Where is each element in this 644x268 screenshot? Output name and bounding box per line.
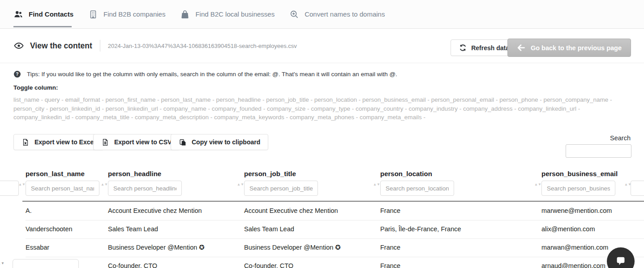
filter-person_location-input[interactable] (380, 181, 454, 196)
toggle-column-link[interactable]: company_size (267, 105, 305, 112)
arrow-left-icon (517, 43, 525, 52)
filter-person_business_email-input[interactable] (541, 181, 615, 196)
toggle-column-link[interactable]: person_company_name (544, 96, 609, 103)
toggle-column-link[interactable]: person_location (314, 96, 357, 103)
toggle-column-link[interactable]: company_meta_phones (290, 114, 354, 121)
filter-person_headline-input[interactable] (108, 181, 182, 196)
back-label: Go back to the previous page (531, 44, 622, 52)
toggle-column-link[interactable]: company_meta_emails (360, 114, 422, 121)
copy-clipboard-label: Copy view to clipboard (192, 138, 260, 146)
table-top-border (22, 201, 644, 202)
cell-person_business_email: marwene@mention.com (541, 207, 612, 214)
cell-person_last_name: A. (26, 207, 32, 214)
refresh-icon (459, 44, 467, 52)
row-separator (26, 220, 644, 220)
toggle-column-link[interactable]: company_meta_keywords (214, 114, 284, 121)
global-search-input[interactable] (566, 144, 631, 158)
toggle-column-link[interactable]: company_linkedin_url (518, 105, 576, 112)
column-header-person_business_email[interactable]: person_business_email (541, 170, 618, 177)
toggle-column-link[interactable]: company_founded (212, 105, 262, 112)
tab-label: Find B2B companies (103, 10, 165, 18)
chat-bubble-icon (614, 255, 627, 268)
export-csv-label: Export view to CSV (114, 138, 172, 146)
tab-find-b2b-companies[interactable]: Find B2B companies (88, 0, 165, 29)
cell-person_headline: Business Developer @Mention ✪ (108, 244, 204, 251)
column-header-person_job_title[interactable]: person_job_title (244, 170, 296, 177)
tips-bar: ? Tips: If you would like to get the col… (13, 70, 397, 78)
toggle-column-label: Toggle column: (13, 84, 58, 91)
sort-icon[interactable]: ▲▼ (0, 262, 3, 265)
toggle-column-link[interactable]: person_phone (499, 96, 538, 103)
toggle-column-link[interactable]: person_job_title (266, 96, 309, 103)
cell-person_business_email: arnaud@mention.com (541, 262, 605, 268)
toggle-column-link[interactable]: query (45, 96, 60, 103)
toggle-column-link[interactable]: person_first_name (106, 96, 156, 103)
tips-text: Tips: If you would like to get the colum… (27, 71, 397, 78)
filter-person_last_name-input[interactable] (26, 181, 99, 196)
toggle-column-link[interactable]: company_linkedin_id (13, 114, 70, 121)
toggle-column-link[interactable]: company_meta_title (75, 114, 129, 121)
column-header-person_location[interactable]: person_location (380, 170, 432, 177)
footer-filter-input-partial[interactable] (13, 259, 79, 268)
cell-person_job_title: Account Executive chez Mention (244, 207, 338, 214)
column-header-person_headline[interactable]: person_headline (108, 170, 161, 177)
cell-person_location: France (380, 262, 400, 268)
toggle-column-link[interactable]: company_type (311, 105, 350, 112)
toggle-column-link[interactable]: person_personal_email (431, 96, 494, 103)
filter-input-partial[interactable] (0, 181, 19, 196)
cell-person_location: France (380, 244, 400, 251)
toggle-column-link[interactable]: company_address (463, 105, 512, 112)
eye-icon (13, 40, 24, 51)
cell-person_job_title: Business Developer @Mention ✪ (244, 244, 340, 251)
top-nav: Find Contacts Find B2B companies Find B2… (0, 0, 644, 29)
cell-person_business_email: marwan@mention.com (541, 244, 608, 251)
export-excel-button[interactable]: Export view to Excel (13, 134, 103, 150)
tab-find-b2c-local-businesses[interactable]: Find B2C local businesses (180, 0, 275, 29)
sort-icon[interactable]: ▲▼ (626, 183, 630, 186)
sort-icon[interactable]: ▲▼ (20, 183, 24, 186)
refresh-label: Refresh data (471, 44, 509, 52)
row-separator (26, 238, 644, 239)
filter-input-partial[interactable] (631, 181, 644, 196)
cell-person_business_email: alix@mention.com (541, 225, 595, 233)
toggle-column-link[interactable]: company_industry (409, 105, 458, 112)
toggle-column-link[interactable]: person_linkedin_url (106, 105, 158, 112)
tab-convert-names-to-domains[interactable]: Convert names to domains (289, 0, 385, 29)
toggle-column-link[interactable]: person_linkedin_id (50, 105, 100, 112)
page-header: View the content 2024-Jan-13-03%3A47%3A3… (0, 29, 644, 63)
zoom-in-icon (289, 9, 299, 19)
toggle-column-link[interactable]: person_last_name (161, 96, 210, 103)
tab-find-contacts[interactable]: Find Contacts (13, 0, 73, 29)
export-csv-button[interactable]: Export view to CSV (93, 134, 180, 150)
cell-person_job_title: Sales Team Lead (244, 225, 294, 233)
sort-icon[interactable]: ▲▼ (102, 183, 107, 186)
toggle-column-link[interactable]: email_format (65, 96, 100, 103)
column-header-person_last_name[interactable]: person_last_name (26, 170, 85, 177)
toggle-column-link[interactable]: list_name (13, 96, 39, 103)
cell-person_headline: Account Executive chez Mention (108, 207, 202, 214)
sort-icon[interactable]: ▲▼ (536, 183, 540, 186)
go-back-button[interactable]: Go back to the previous page (507, 39, 631, 57)
tab-label: Find Contacts (29, 10, 73, 18)
copy-clipboard-button[interactable]: Copy view to clipboard (171, 134, 268, 150)
page-title: View the content (30, 41, 92, 51)
toggle-column-link[interactable]: company_name (163, 105, 206, 112)
data-table: ▲▼person_last_name▲▼person_headline▲▼per… (0, 166, 644, 268)
excel-file-icon (21, 138, 30, 147)
building-icon (88, 9, 98, 19)
toggle-column-link[interactable]: person_business_email (362, 96, 426, 103)
toggle-column-link[interactable]: company_country (356, 105, 404, 112)
cell-person_last_name: Essabar (26, 244, 49, 251)
toggle-column-link[interactable]: company_meta_description (135, 114, 209, 121)
toggle-column-link[interactable]: person_city (13, 105, 44, 112)
shopping-bag-icon (180, 9, 190, 19)
clipboard-copy-icon (179, 138, 187, 147)
filter-person_job_title-input[interactable] (244, 181, 318, 196)
search-label: Search (610, 134, 631, 142)
toggle-column-link[interactable]: person_headline (216, 96, 261, 103)
sort-icon[interactable]: ▲▼ (374, 183, 379, 186)
cell-person_job_title: Co-founder, CTO (244, 262, 293, 268)
csv-filename: 2024-Jan-13-03%3A47%3A34-106836163904518… (108, 43, 297, 49)
page: Find Contacts Find B2B companies Find B2… (0, 0, 644, 268)
sort-icon[interactable]: ▲▼ (238, 183, 243, 186)
